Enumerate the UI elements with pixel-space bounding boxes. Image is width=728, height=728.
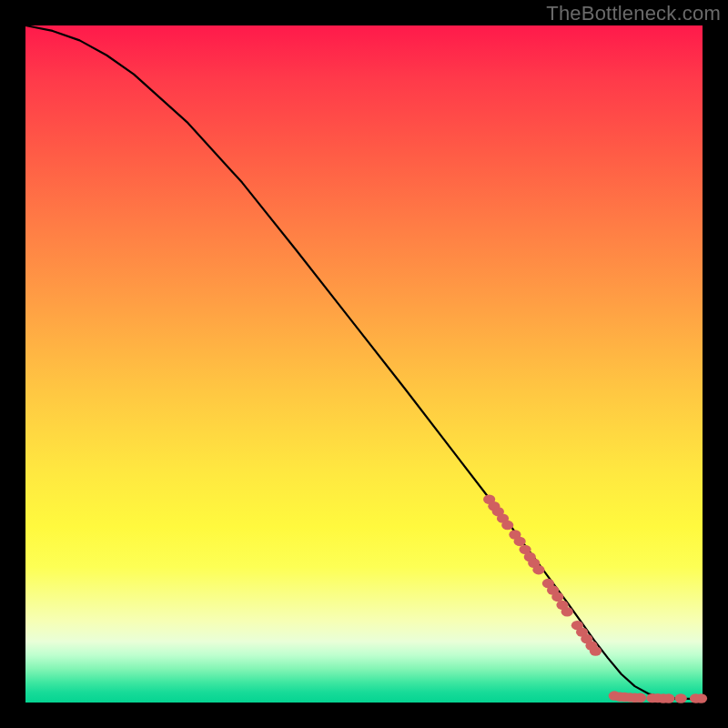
chart-marker [662, 693, 674, 703]
chart-frame: TheBottleneck.com [0, 0, 728, 728]
chart-markers-group [483, 495, 707, 703]
chart-marker [551, 592, 563, 602]
plot-area [25, 25, 703, 703]
watermark-text: TheBottleneck.com [546, 2, 721, 25]
chart-marker [532, 565, 544, 574]
chart-marker [514, 537, 526, 546]
chart-marker [590, 646, 602, 655]
chart-svg [25, 25, 703, 703]
chart-marker [561, 607, 573, 616]
chart-marker [634, 693, 646, 703]
chart-curve-line [25, 25, 703, 699]
chart-marker [695, 693, 707, 703]
chart-marker [675, 693, 687, 703]
chart-marker [501, 521, 513, 530]
